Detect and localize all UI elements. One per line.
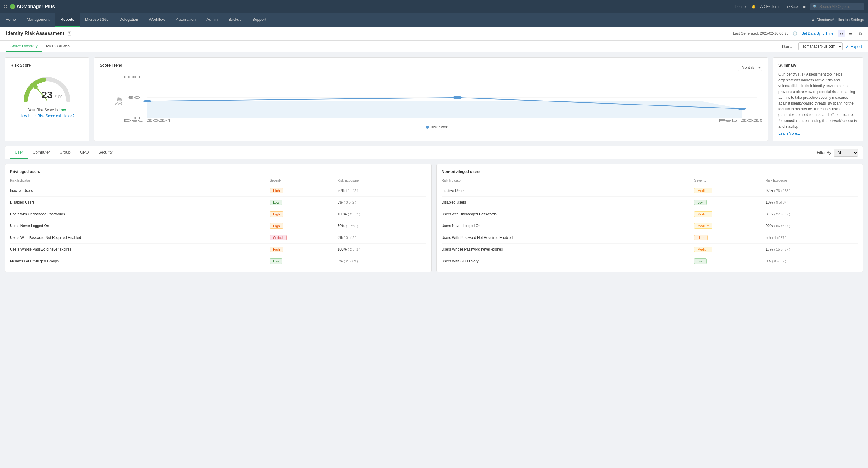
exposure-pct[interactable]: 5% <box>766 235 771 240</box>
exposure-pct[interactable]: 97% <box>766 189 773 193</box>
logo: ADManager Plus <box>10 4 55 9</box>
severity-badge[interactable]: Critical <box>270 235 287 240</box>
filter-tab-gpo[interactable]: GPO <box>75 146 94 159</box>
severity-badge[interactable]: High <box>270 188 283 193</box>
exposure-pct[interactable]: 100% <box>338 247 347 252</box>
exposure-pct[interactable]: 31% <box>766 212 773 216</box>
filter-tab-user[interactable]: User <box>10 146 28 159</box>
severity-badge[interactable]: Medium <box>694 247 712 252</box>
exposure-pct[interactable]: 50% <box>338 224 345 228</box>
filter-tab-security[interactable]: Security <box>94 146 118 159</box>
table-row: Inactive Users Medium 97%( 76 of 78 ) <box>441 185 858 196</box>
exposure-pct[interactable]: 10% <box>766 200 773 204</box>
exposure-pct[interactable]: 100% <box>338 212 347 216</box>
search-icon: 🔍 <box>813 4 818 9</box>
ad-explorer-link[interactable]: AD Explorer <box>760 4 780 9</box>
exposure-count: ( 15 of 87 ) <box>774 247 790 251</box>
nav-automation[interactable]: Automation <box>170 13 201 27</box>
gauge-container: 23 /100 <box>20 72 74 105</box>
user-avatar-icon[interactable]: ● <box>803 4 806 10</box>
nav-support[interactable]: Support <box>247 13 272 27</box>
chart-area: 100 50 0 Score <box>100 74 762 122</box>
filter-tab-group[interactable]: Group <box>55 146 75 159</box>
table-row: Disabled Users Low 10%( 9 of 87 ) <box>441 196 858 208</box>
bell-icon[interactable]: 🔔 <box>751 4 756 9</box>
nav-microsoft365[interactable]: Microsoft 365 <box>80 13 114 27</box>
chart-legend: Risk Score <box>112 125 762 129</box>
severity-badge[interactable]: High <box>270 223 283 229</box>
nav-reports[interactable]: Reports <box>55 13 80 27</box>
exposure-count: ( 0 of 87 ) <box>772 259 786 263</box>
dir-settings-button[interactable]: ⚙ Directory/Application Settings <box>807 13 868 27</box>
domain-select[interactable]: admanagerplus.com <box>798 42 843 50</box>
talkback-link[interactable]: TalkBack <box>784 4 798 9</box>
summary-card: Summary Our Identity Risk Assessment too… <box>773 57 863 141</box>
svg-text:Feb 2025: Feb 2025 <box>718 119 762 122</box>
exposure-count: ( 9 of 87 ) <box>774 201 788 204</box>
trend-header: Score Trend Monthly Weekly Daily <box>100 63 762 72</box>
app-name: ADManager Plus <box>17 4 55 9</box>
exposure-count: ( 27 of 87 ) <box>774 212 790 216</box>
license-link[interactable]: License <box>735 4 747 9</box>
nav-workflow[interactable]: Workflow <box>144 13 170 27</box>
summary-title: Summary <box>778 63 858 67</box>
severity-badge[interactable]: Low <box>694 200 707 205</box>
sync-time-button[interactable]: Set Data Sync Time <box>801 31 833 36</box>
exposure-pct[interactable]: 0% <box>338 235 343 240</box>
page-header: Identity Risk Assessment ? Last Generate… <box>0 27 868 41</box>
export-button[interactable]: ➚ Export <box>846 44 862 49</box>
exposure-pct[interactable]: 0% <box>766 259 771 263</box>
learn-more-link[interactable]: Learn More... <box>778 131 800 136</box>
nav-management[interactable]: Management <box>22 13 55 27</box>
col-risk-exposure-nonpriv: Risk Exposure <box>766 177 858 185</box>
severity-badge[interactable]: Medium <box>694 188 712 193</box>
risk-indicator-cell: Users With Password Not Required Enabled <box>10 232 270 243</box>
svg-text:/100: /100 <box>55 95 62 99</box>
severity-badge[interactable]: Low <box>270 200 282 205</box>
severity-badge[interactable]: High <box>694 235 708 240</box>
exposure-count: ( 1 of 2 ) <box>346 224 358 228</box>
exposure-pct[interactable]: 99% <box>766 224 773 228</box>
severity-badge[interactable]: Medium <box>694 211 712 217</box>
legend-label: Risk Score <box>431 125 448 129</box>
table-row: Users Whose Password never expires Mediu… <box>441 243 858 255</box>
severity-cell: High <box>270 185 338 196</box>
severity-cell: Critical <box>270 232 338 243</box>
domain-label: Domain <box>782 44 796 49</box>
exposure-pct[interactable]: 17% <box>766 247 773 252</box>
tab-microsoft365[interactable]: Microsoft 365 <box>42 41 74 52</box>
fullscreen-icon[interactable]: ⧉ <box>859 31 862 36</box>
search-bar[interactable]: 🔍 <box>810 3 864 10</box>
severity-badge[interactable]: Medium <box>694 223 712 229</box>
grid-view-icon[interactable]: ☷ <box>838 30 845 37</box>
topbar: ∷ ADManager Plus License 🔔 AD Explorer T… <box>0 0 868 13</box>
table-row: Users With Password Not Required Enabled… <box>441 232 858 243</box>
nav-backup[interactable]: Backup <box>223 13 247 27</box>
risk-level: Low <box>59 108 66 112</box>
svg-marker-11 <box>147 98 742 118</box>
risk-calc-link[interactable]: How is the Risk Score calculated? <box>10 114 84 118</box>
filter-tab-computer[interactable]: Computer <box>28 146 55 159</box>
nav-home[interactable]: Home <box>0 13 22 27</box>
severity-badge[interactable]: Low <box>270 258 282 264</box>
list-view-icon[interactable]: ☰ <box>846 30 855 37</box>
help-icon[interactable]: ? <box>67 31 71 36</box>
search-input[interactable] <box>819 4 862 9</box>
exposure-pct[interactable]: 2% <box>338 259 343 263</box>
app-grid-icon[interactable]: ∷ <box>4 3 7 10</box>
exposure-pct[interactable]: 0% <box>338 200 343 204</box>
exposure-cell: 0%( 0 of 2 ) <box>338 232 427 243</box>
score-trend-card: Score Trend Monthly Weekly Daily 100 50 … <box>94 57 768 141</box>
risk-indicator-cell: Disabled Users <box>10 196 270 208</box>
severity-badge[interactable]: High <box>270 247 283 252</box>
trend-filter-select[interactable]: Monthly Weekly Daily <box>738 64 762 71</box>
nav-admin[interactable]: Admin <box>201 13 223 27</box>
nav-delegation[interactable]: Delegation <box>114 13 144 27</box>
exposure-pct[interactable]: 50% <box>338 189 345 193</box>
tab-active-directory[interactable]: Active Directory <box>6 41 42 52</box>
exposure-cell: 0%( 0 of 2 ) <box>338 196 427 208</box>
exposure-cell: 100%( 2 of 2 ) <box>338 208 427 220</box>
severity-badge[interactable]: High <box>270 211 283 217</box>
filter-by-select[interactable]: All High Medium Low Critical <box>834 149 858 157</box>
severity-badge[interactable]: Low <box>694 258 707 264</box>
